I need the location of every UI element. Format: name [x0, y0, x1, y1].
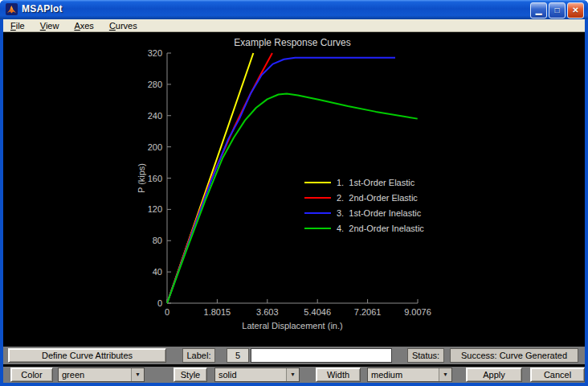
plot-canvas: 01.80153.6035.40467.20619.00760408012016…	[3, 32, 585, 347]
menu-view[interactable]: View	[36, 20, 63, 31]
width-dropdown[interactable]: medium ▼	[367, 368, 452, 382]
minimize-button[interactable]: ▁	[530, 2, 547, 18]
x-tick-label: 7.2061	[354, 307, 382, 317]
menu-curves[interactable]: Curves	[105, 20, 141, 31]
legend-label: 3. 1st-Order Inelastic	[337, 208, 421, 218]
legend-line-swatch	[304, 182, 331, 183]
menu-file[interactable]: File	[6, 20, 29, 31]
legend-line-swatch	[304, 197, 331, 199]
status-caption: Status:	[407, 348, 444, 363]
curve-number-field[interactable]: 5	[227, 348, 249, 363]
legend-label: 1. 1st-Order Elastic	[337, 178, 414, 187]
plot-curve	[167, 53, 272, 303]
style-dropdown[interactable]: solid ▼	[214, 368, 300, 382]
color-button[interactable]: Color	[10, 368, 53, 382]
width-button[interactable]: Width	[316, 368, 361, 382]
legend-entry: 4. 2nd-Order Inelastic	[304, 220, 424, 236]
y-tick-label: 200	[148, 142, 162, 152]
legend-entry: 1. 1st-Order Elastic	[304, 175, 424, 190]
y-tick-label: 80	[153, 236, 162, 245]
cancel-button[interactable]: Cancel	[530, 368, 585, 382]
style-button[interactable]: Style	[174, 368, 207, 382]
y-axis-label: P (kips)	[137, 163, 146, 193]
y-tick-label: 320	[148, 48, 162, 58]
attribute-toolbar: Color green ▼ Style solid ▼ Width medium…	[3, 367, 585, 383]
color-dropdown[interactable]: green ▼	[58, 368, 145, 382]
color-dropdown-value: green	[59, 368, 131, 381]
plot-area: 01.80153.6035.40467.20619.00760408012016…	[3, 32, 585, 347]
matlab-logo-icon	[6, 4, 17, 14]
x-tick-label: 0	[165, 307, 169, 317]
legend-label: 2. 2nd-Order Elastic	[337, 193, 418, 203]
window-title: MSAPlot	[22, 3, 63, 14]
y-tick-label: 120	[148, 204, 162, 214]
app-window: MSAPlot ▁ □ ✕ File View Axes Curves 01.8…	[0, 0, 588, 386]
matlab-app-icon	[6, 3, 18, 15]
define-curve-attributes-button[interactable]: Define Curve Attributes	[8, 348, 166, 363]
plot-legend: 1. 1st-Order Elastic2. 2nd-Order Elastic…	[304, 175, 424, 236]
close-button[interactable]: ✕	[567, 2, 584, 18]
chevron-down-icon[interactable]: ▼	[286, 368, 299, 381]
legend-line-swatch	[304, 228, 331, 229]
x-tick-label: 3.603	[256, 307, 279, 317]
chevron-down-icon[interactable]: ▼	[131, 368, 144, 381]
legend-label: 4. 2nd-Order Inelastic	[337, 224, 424, 233]
legend-entry: 2. 2nd-Order Elastic	[304, 190, 424, 205]
x-axis-label: Lateral Displacement (in.)	[242, 321, 342, 331]
label-text-input[interactable]	[251, 348, 392, 363]
maximize-button[interactable]: □	[549, 2, 566, 18]
y-tick-label: 160	[148, 174, 162, 183]
menu-bar: File View Axes Curves	[3, 19, 585, 32]
chevron-down-icon[interactable]: ▼	[439, 368, 451, 381]
menu-axes[interactable]: Axes	[70, 20, 97, 31]
label-caption: Label:	[182, 348, 215, 363]
y-tick-label: 240	[148, 111, 162, 121]
y-tick-label: 40	[153, 267, 162, 277]
style-dropdown-value: solid	[215, 368, 286, 381]
width-dropdown-value: medium	[368, 368, 439, 381]
title-bar: MSAPlot ▁ □ ✕	[0, 0, 588, 19]
status-value: Success: Curve Generated	[450, 348, 578, 363]
curve-toolbar: Define Curve Attributes Label: 5 Status:…	[3, 347, 585, 364]
legend-entry: 3. 1st-Order Inelastic	[304, 205, 424, 220]
x-tick-label: 5.4046	[304, 307, 331, 317]
y-tick-label: 280	[148, 80, 162, 89]
legend-line-swatch	[304, 212, 331, 214]
chart-title: Example Response Curves	[234, 37, 350, 48]
x-tick-label: 1.8015	[204, 307, 231, 317]
x-tick-label: 9.0076	[404, 307, 431, 317]
y-tick-label: 0	[157, 298, 162, 308]
apply-button[interactable]: Apply	[466, 368, 522, 382]
